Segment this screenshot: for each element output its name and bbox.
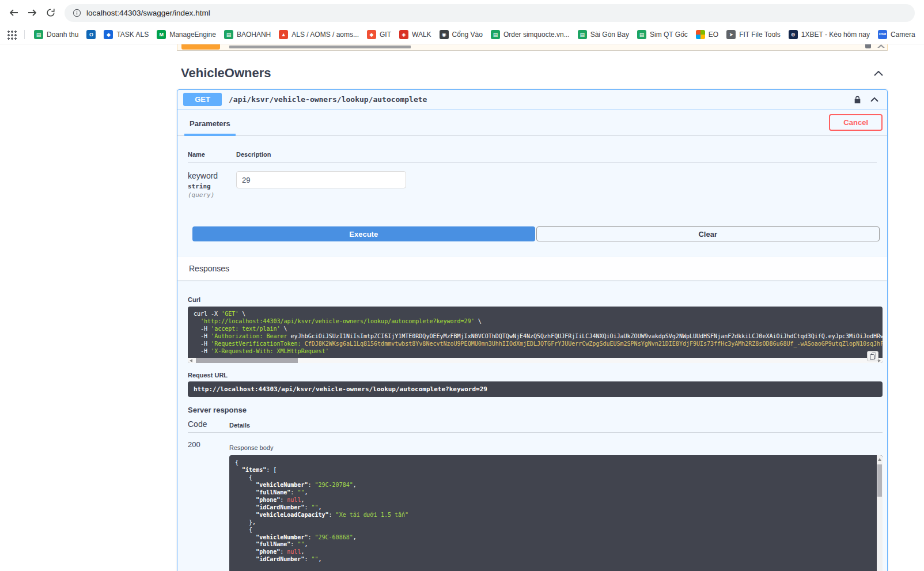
parameters-tab-bar: Parameters Cancel (177, 109, 887, 136)
bookmark-label: BAOHANH (237, 31, 271, 39)
bookmark-item[interactable]: ▤Order simquocte.vn... (487, 28, 574, 41)
response-body-label: Response body (229, 444, 883, 451)
forward-button[interactable] (23, 3, 41, 22)
bookmark-item[interactable]: MManageEngine (153, 28, 220, 41)
bookmark-item[interactable]: EO (692, 28, 722, 41)
code-line: }, (235, 519, 872, 527)
lock-icon[interactable] (854, 96, 861, 104)
code-line: "phone": null, (235, 549, 872, 556)
code-line: { (235, 474, 872, 482)
response-table-header: Code Details (188, 419, 883, 433)
scroll-left-arrow-icon[interactable] (190, 359, 192, 362)
vertical-scroll-thumb[interactable] (877, 464, 882, 497)
bookmark-label: FIT File Tools (739, 31, 781, 39)
cancel-button[interactable]: Cancel (829, 114, 883, 131)
tag-header[interactable]: VehicleOwners (181, 66, 883, 81)
clipped-endpoint-row[interactable] (177, 44, 888, 51)
bookmark-item[interactable]: ➤FIT File Tools (722, 28, 785, 41)
collapse-tag-chevron-icon[interactable] (874, 71, 883, 76)
response-row: 200 Response body { "items": [ { "vehicl… (188, 433, 883, 571)
scroll-up-arrow-icon[interactable] (878, 458, 881, 461)
bookmark-favicon: ⊕ (789, 30, 798, 39)
swagger-page: VehicleOwners GET /api/ksvr/vehicle-owne… (0, 44, 924, 571)
code-line: curl -X 'GET' \ (194, 311, 877, 318)
bookmark-item[interactable]: ▤Sài Gòn Bay (574, 28, 633, 41)
code-line: -H 'accept: text/plain' \ (194, 326, 877, 333)
bookmark-favicon: ◉ (440, 30, 449, 39)
parameters-table-header: Name Description (188, 151, 877, 163)
bookmark-label: TASK ALS (116, 31, 149, 39)
parameter-row: keyword string (query) (188, 163, 877, 199)
bookmark-item[interactable]: O (82, 28, 100, 41)
address-bar[interactable]: localhost:44303/swagger/index.html (65, 4, 915, 22)
bookmark-item[interactable]: ◈WALK (395, 28, 436, 41)
bookmark-label: Cổng Vào (452, 31, 483, 39)
bookmark-label: GIT (380, 31, 391, 39)
get-endpoint-block: GET /api/ksvr/vehicle-owners/lookup/auto… (177, 89, 888, 571)
url-text[interactable]: localhost:44303/swagger/index.html (86, 9, 210, 17)
parameter-name-cell: keyword string (query) (188, 171, 236, 199)
curl-horizontal-scrollbar[interactable] (188, 358, 883, 363)
responses-section: Curl curl -X 'GET' \ 'http://localhost:4… (177, 280, 887, 571)
bookmark-item[interactable]: OSMCamera (874, 28, 919, 41)
code-line: "fullName": "", (235, 489, 872, 497)
bookmark-label: WALK (412, 31, 431, 39)
bookmark-favicon: OSM (878, 30, 887, 39)
collapse-endpoint-chevron-icon[interactable] (870, 97, 878, 102)
endpoint-summary[interactable]: GET /api/ksvr/vehicle-owners/lookup/auto… (177, 90, 887, 109)
bookmark-favicon: ▤ (224, 30, 233, 39)
response-vertical-scrollbar[interactable] (877, 455, 883, 571)
bookmark-favicon: ▤ (34, 30, 43, 39)
bookmark-label: Sim QT Gốc (650, 31, 688, 39)
bookmark-favicon: M (157, 30, 166, 39)
clipped-endpoint-path (229, 46, 411, 48)
code-line: -H 'X-Requested-With: XMLHttpRequest' (194, 348, 877, 356)
bookmark-item[interactable]: ▲ALS / AOMS / aoms... (275, 28, 363, 41)
keyword-input[interactable] (236, 171, 406, 188)
clear-button[interactable]: Clear (536, 226, 880, 241)
bookmarks-bar: ▤Doanh thuO◆TASK ALSMManageEngine▤BAOHAN… (0, 25, 924, 44)
bookmark-item[interactable]: ◉Cổng Vào (436, 28, 487, 41)
tag-title: VehicleOwners (181, 66, 271, 81)
site-info-icon[interactable] (73, 9, 81, 17)
bookmark-item[interactable]: ▤BAOHANH (220, 28, 275, 41)
bookmark-label: ManageEngine (169, 31, 216, 39)
bookmark-label: Sài Gòn Bay (590, 31, 629, 39)
code-line: "vehicleLoadCapacity": "Xe tải dưới 1.5 … (235, 512, 872, 519)
bookmark-favicon: ➤ (726, 30, 736, 39)
reload-button[interactable] (41, 3, 60, 22)
code-column-header: Code (188, 419, 229, 429)
server-response-label: Server response (188, 406, 883, 414)
details-column-header: Details (229, 422, 883, 429)
request-url-value: http://localhost:44303/api/ksvr/vehicle-… (188, 381, 883, 397)
bookmark-label: 1XBET - Kèo hôm nay (801, 31, 870, 39)
bookmark-item[interactable]: ◆GIT (363, 28, 395, 41)
parameter-value-cell (236, 171, 877, 199)
endpoint-path: /api/ksvr/vehicle-owners/lookup/autocomp… (229, 95, 427, 104)
lock-icon-clipped (865, 44, 871, 48)
parameter-name: keyword (188, 171, 236, 180)
bookmark-item[interactable]: ◆TASK ALS (100, 28, 153, 41)
code-line: { (235, 527, 872, 534)
bookmark-item[interactable]: ▤Sim QT Gốc (633, 28, 692, 41)
description-column-header: Description (236, 151, 877, 158)
code-line: { (235, 459, 872, 467)
back-button[interactable] (5, 3, 23, 22)
bookmark-item[interactable]: ⊕1XBET - Kèo hôm nay (785, 28, 874, 41)
execute-button[interactable]: Execute (192, 226, 535, 241)
horizontal-scroll-thumb[interactable] (196, 358, 298, 363)
chevron-icon-clipped (877, 44, 885, 48)
code-line: "vehicleNumber": "29C-60868", (235, 534, 872, 542)
parameters-section: Name Description keyword string (query) (177, 136, 887, 199)
bookmark-favicon: ◆ (367, 30, 376, 39)
response-body-block: { "items": [ { "vehicleNumber": "29C-207… (229, 455, 883, 571)
bookmark-item[interactable]: ▤Doanh thu (30, 28, 82, 41)
copy-to-clipboard-button[interactable] (867, 351, 878, 361)
tab-parameters[interactable]: Parameters (184, 116, 236, 136)
bookmark-label: Order simquocte.vn... (503, 31, 570, 39)
code-line: "idCardNumber": "", (235, 556, 872, 564)
apps-grid-icon[interactable] (7, 30, 17, 40)
bookmarks-separator (24, 30, 25, 39)
response-details-cell: Response body { "items": [ { "vehicleNum… (229, 440, 883, 571)
curl-label: Curl (188, 296, 883, 303)
